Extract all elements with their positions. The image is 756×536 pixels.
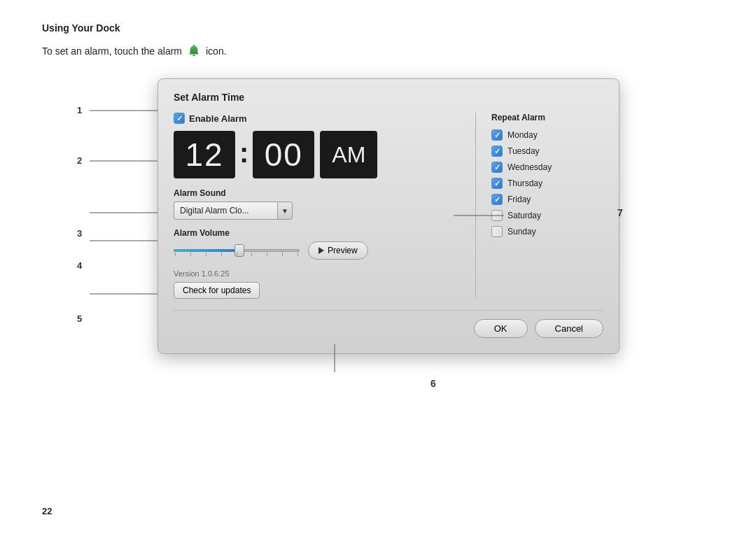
alarm-volume-section: Alarm Volume [174, 228, 460, 260]
tuesday-label: Tuesday [507, 146, 540, 156]
day-row-friday: Friday [491, 194, 603, 205]
day-row-tuesday: Tuesday [491, 146, 603, 157]
time-display: 12 : 00 AM [174, 131, 460, 178]
day-row-thursday: Thursday [491, 178, 603, 189]
wednesday-label: Wednesday [507, 162, 552, 172]
tuesday-checkbox[interactable] [491, 146, 503, 157]
friday-label: Friday [507, 195, 531, 204]
sunday-label: Sunday [507, 227, 536, 237]
preview-triangle-icon [318, 247, 324, 254]
right-panel: Repeat Alarm Monday Tuesday Wednesday [491, 113, 603, 299]
friday-checkbox[interactable] [491, 194, 503, 205]
preview-button[interactable]: Preview [308, 241, 368, 260]
alarm-sound-dropdown-btn[interactable]: ▼ [277, 202, 293, 220]
page-number: 22 [42, 506, 52, 516]
callout-num-7: 7 [617, 207, 623, 218]
ok-button[interactable]: OK [474, 319, 528, 338]
left-panel: Enable Alarm 12 : 00 AM Alarm Sound Digi… [174, 113, 460, 299]
thursday-checkbox[interactable] [491, 178, 503, 189]
repeat-alarm-title: Repeat Alarm [491, 113, 603, 122]
volume-row: Preview [174, 241, 460, 260]
callout-num-5: 5 [77, 313, 82, 324]
alarm-volume-label: Alarm Volume [174, 228, 460, 238]
intro-after: icon. [206, 45, 227, 57]
version-text: Version 1.0.6.25 [174, 269, 460, 278]
callout-num-3: 3 [77, 228, 82, 239]
enable-alarm-row: Enable Alarm [174, 113, 460, 124]
dialog-title: Set Alarm Time [174, 92, 603, 103]
time-colon: : [238, 137, 250, 169]
day-row-wednesday: Wednesday [491, 162, 603, 173]
alarm-sound-row: Digital Alarm Clo... ▼ [174, 202, 460, 220]
enable-alarm-label: Enable Alarm [189, 113, 247, 124]
callout-num-2: 2 [77, 155, 82, 166]
cancel-button[interactable]: Cancel [535, 319, 603, 338]
section-title: Using Your Dock [42, 22, 714, 34]
preview-label: Preview [328, 246, 358, 255]
day-row-saturday: Saturday [491, 210, 603, 221]
alarm-sound-label: Alarm Sound [174, 188, 460, 198]
sunday-checkbox[interactable] [491, 226, 503, 237]
time-ampm[interactable]: AM [320, 131, 377, 178]
callout-num-6: 6 [430, 378, 436, 389]
time-hours[interactable]: 12 [174, 131, 235, 178]
saturday-checkbox[interactable] [491, 210, 503, 221]
day-row-sunday: Sunday [491, 226, 603, 237]
check-updates-button[interactable]: Check for updates [174, 282, 260, 299]
intro-text: To set an alarm, touch the alarm icon. [42, 43, 714, 59]
thursday-label: Thursday [507, 178, 542, 188]
intro-before: To set an alarm, touch the alarm [42, 45, 182, 57]
dialog-footer: OK Cancel [174, 310, 603, 338]
callout-num-4: 4 [77, 260, 82, 271]
callout-num-1: 1 [77, 105, 82, 115]
monday-checkbox[interactable] [491, 129, 503, 141]
tick-marks [174, 253, 300, 256]
alarm-sound-select[interactable]: Digital Alarm Clo... [174, 202, 277, 220]
saturday-label: Saturday [507, 211, 541, 220]
monday-label: Monday [507, 130, 538, 140]
enable-alarm-checkbox[interactable] [174, 113, 185, 124]
slider-fill [174, 249, 243, 252]
vertical-divider [475, 113, 476, 299]
day-row-monday: Monday [491, 129, 603, 141]
bell-icon [186, 43, 202, 59]
volume-slider[interactable] [174, 244, 300, 257]
wednesday-checkbox[interactable] [491, 162, 503, 173]
time-minutes[interactable]: 00 [253, 131, 314, 178]
set-alarm-dialog: Set Alarm Time Enable Alarm 12 : 00 AM [158, 78, 620, 354]
